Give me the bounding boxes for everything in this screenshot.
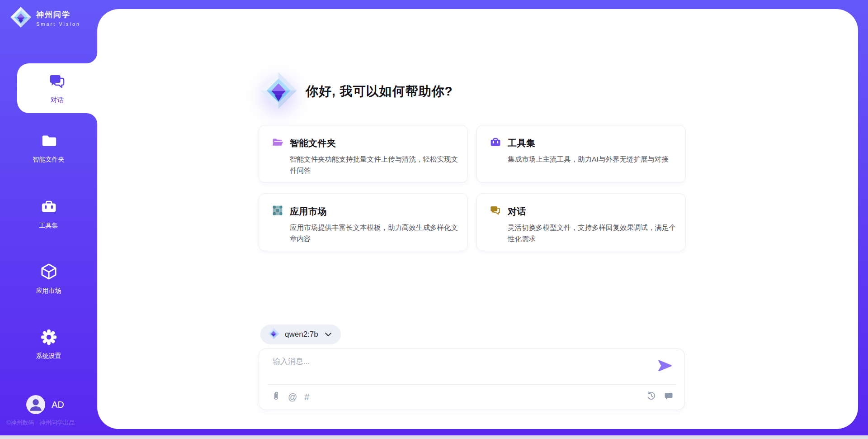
user-name: AD [52, 400, 64, 410]
history-icon[interactable] [646, 391, 656, 403]
cube-icon [40, 262, 58, 282]
card-title: 对话 [508, 205, 526, 218]
brand-name-en: Smart Vision [36, 21, 80, 27]
card-smart-folder[interactable]: 智能文件夹 智能文件夹功能支持批量文件上传与清洗，轻松实现文件问答 [259, 125, 468, 183]
copyright-text: ©神州数码 · 神州问学出品 [6, 419, 75, 427]
sidebar-item-label: 对话 [51, 96, 64, 105]
sidebar-item-settings[interactable]: 系统设置 [0, 329, 97, 360]
card-app-market[interactable]: 应用市场 应用市场提供丰富长文本模板，助力高效生成多样化文章内容 [259, 193, 468, 251]
sidebar-item-label: 工具集 [39, 222, 58, 230]
gear-icon [40, 329, 57, 348]
page-bottom-edge [0, 435, 868, 439]
card-title: 智能文件夹 [290, 137, 336, 149]
sidebar-item-smart-folder[interactable]: 智能文件夹 [0, 132, 97, 164]
user-account[interactable]: AD [26, 395, 64, 414]
hash-icon[interactable]: # [304, 392, 309, 402]
card-description: 应用市场提供丰富长文本模板，助力高效生成多样化文章内容 [290, 222, 461, 244]
sidebar-item-chat[interactable]: 对话 [17, 63, 97, 113]
chat-bubbles-icon [48, 72, 66, 92]
sidebar-item-app-market[interactable]: 应用市场 [0, 262, 97, 295]
card-chat[interactable]: 对话 灵活切换多模型文件，支持多样回复效果调试，满足个性化需求 [476, 193, 686, 251]
brand-name-zh: 神州问学 [36, 10, 80, 20]
brand-logo: 神州问学 Smart Vision [10, 6, 80, 30]
card-description: 灵活切换多模型文件，支持多样回复效果调试，满足个性化需求 [508, 222, 679, 244]
briefcase-icon [40, 198, 57, 217]
card-title: 应用市场 [290, 205, 327, 218]
brand-diamond-icon [259, 72, 297, 111]
sidebar-item-label: 系统设置 [36, 352, 61, 360]
brand-text: 神州问学 Smart Vision [36, 10, 80, 27]
user-avatar[interactable] [26, 395, 45, 414]
chevron-down-icon [325, 330, 332, 339]
input-divider [267, 384, 676, 385]
grid-icon [272, 205, 283, 218]
greeting-title: 你好, 我可以如何帮助你? [306, 83, 453, 100]
folder-open-icon [272, 136, 283, 150]
message-input[interactable]: 输入消息... [273, 356, 310, 367]
card-toolset[interactable]: 工具集 集成市场上主流工具，助力AI与外界无缝扩展与对接 [476, 125, 686, 183]
chat-input-box[interactable]: 输入消息... @ # [259, 348, 685, 410]
sidebar-item-label: 智能文件夹 [33, 156, 65, 164]
at-icon[interactable]: @ [288, 392, 297, 402]
tab-curve-bottom [86, 113, 97, 124]
chat-bubbles-icon [490, 205, 501, 218]
brand-diamond-icon [268, 328, 279, 341]
tab-curve-top [86, 52, 97, 63]
sidebar-item-toolset[interactable]: 工具集 [0, 198, 97, 230]
attachment-icon[interactable] [271, 391, 281, 403]
model-name: qwen2:7b [285, 330, 318, 339]
model-selector[interactable]: qwen2:7b [260, 324, 341, 344]
app-root: 神州问学 Smart Vision 对话 智能文件夹 [0, 0, 868, 439]
brand-diamond-icon [10, 6, 32, 30]
feature-cards: 智能文件夹 智能文件夹功能支持批量文件上传与清洗，轻松实现文件问答 工具集 [259, 125, 784, 251]
card-description: 智能文件夹功能支持批量文件上传与清洗，轻松实现文件问答 [290, 153, 461, 176]
sidebar: 神州问学 Smart Vision 对话 智能文件夹 [0, 0, 97, 439]
folder-icon [40, 132, 57, 151]
chat-history-icon[interactable] [664, 391, 674, 403]
card-title: 工具集 [508, 137, 536, 149]
briefcase-icon [490, 136, 501, 150]
sidebar-item-label: 应用市场 [36, 287, 61, 295]
card-description: 集成市场上主流工具，助力AI与外界无缝扩展与对接 [508, 153, 679, 165]
main-panel: 你好, 我可以如何帮助你? 智能文件夹 智能文件夹功能支持批量文件上传与清洗，轻… [97, 9, 858, 429]
greeting-block: 你好, 我可以如何帮助你? [259, 72, 453, 111]
send-icon[interactable] [658, 360, 672, 373]
